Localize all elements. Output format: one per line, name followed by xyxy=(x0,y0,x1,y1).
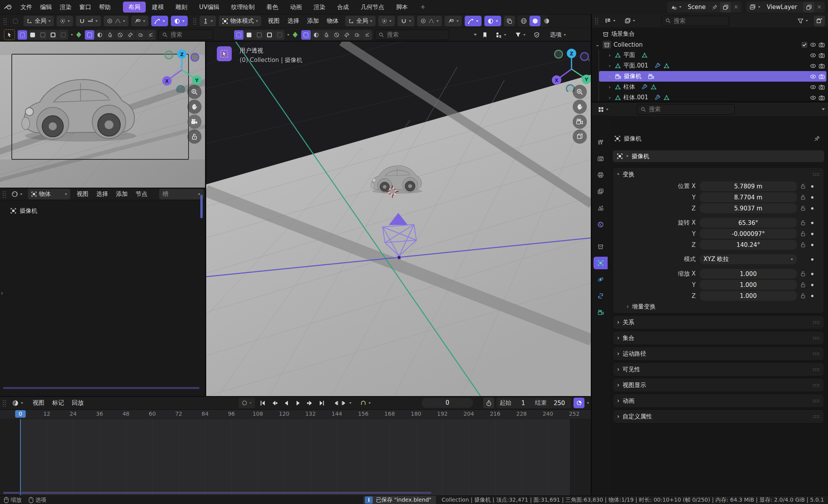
current-frame-field[interactable]: 0 xyxy=(422,398,473,408)
new-scene-button[interactable] xyxy=(720,2,731,13)
zoom-button[interactable] xyxy=(573,85,587,99)
animate-dot[interactable] xyxy=(809,244,816,246)
pin-icon[interactable] xyxy=(814,135,820,142)
new-collection-button[interactable] xyxy=(814,16,825,26)
panel-drag-dots[interactable] xyxy=(813,336,820,340)
transform-value-field[interactable]: 5.9037 m xyxy=(700,203,797,213)
hide-eye-icon[interactable] xyxy=(810,73,816,80)
snap-controls-left[interactable] xyxy=(76,16,101,26)
timeline-menu-标记[interactable]: 标记 xyxy=(48,398,68,408)
shader-vscrollbar[interactable] xyxy=(200,195,203,218)
animate-dot[interactable] xyxy=(809,284,816,286)
disable-render-icon[interactable] xyxy=(819,84,825,90)
shader-menu-视图[interactable]: 视图 xyxy=(73,189,92,199)
select-subtract-tool[interactable] xyxy=(255,30,264,40)
panel-header-关系[interactable]: ›关系 xyxy=(613,316,824,329)
tweak-tool-button[interactable] xyxy=(4,29,15,40)
camera-view-button[interactable] xyxy=(187,115,202,129)
mode-dropdown[interactable]: 物体模式 xyxy=(219,16,261,26)
annotate-tool-dropdown[interactable] xyxy=(200,16,216,26)
lock-icon[interactable] xyxy=(797,205,809,211)
drag-grip[interactable] xyxy=(595,17,599,24)
hide-eye-icon[interactable] xyxy=(810,52,816,58)
panel-header-视图显示[interactable]: ›视图显示 xyxy=(613,378,824,392)
panel-header-运动路径[interactable]: ›运动路径 xyxy=(613,347,824,360)
mask-brush-tool[interactable] xyxy=(126,30,135,40)
orientation-dropdown-left[interactable]: 全局 xyxy=(24,16,54,26)
lock-icon[interactable] xyxy=(797,183,809,189)
jump-to-start-button[interactable] xyxy=(257,398,268,408)
disable-render-icon[interactable] xyxy=(819,42,825,48)
disable-render-icon[interactable] xyxy=(819,95,825,101)
workspace-tab-UV编辑[interactable]: UV编辑 xyxy=(194,2,225,13)
zoom-button[interactable] xyxy=(187,85,202,99)
shield-icon[interactable] xyxy=(531,29,542,40)
nav-gizmo[interactable]: Z X Y xyxy=(550,45,592,92)
outliner-item-柱体[interactable]: › 柱体 xyxy=(599,82,826,92)
select-invert-tool[interactable] xyxy=(48,30,58,40)
lock-icon[interactable] xyxy=(797,282,809,288)
hide-eye-icon[interactable] xyxy=(810,95,816,101)
xray-toggle[interactable] xyxy=(504,16,515,26)
mask-sphere-tool[interactable] xyxy=(311,30,321,40)
properties-tab-object[interactable] xyxy=(594,257,608,269)
shading-wireframe-button[interactable] xyxy=(518,16,529,26)
menu-帮助[interactable]: 帮助 xyxy=(95,2,115,13)
disable-render-icon[interactable] xyxy=(819,73,825,80)
timeline-menu-视图[interactable]: 视图 xyxy=(29,398,48,408)
prev-keyframe-button[interactable] xyxy=(269,398,280,408)
shading-solid-button[interactable] xyxy=(529,16,540,26)
mask-sphere-tool[interactable] xyxy=(95,30,104,40)
properties-tab-scene[interactable] xyxy=(594,202,608,214)
expand-region-icon[interactable]: › xyxy=(1,290,3,297)
hide-eye-icon[interactable] xyxy=(810,42,816,48)
chevron-down-icon[interactable] xyxy=(822,108,825,110)
gizmos-toggle[interactable] xyxy=(465,16,482,26)
mask-globe-tool[interactable] xyxy=(332,30,341,40)
mask-box-tool[interactable] xyxy=(301,30,311,40)
workspace-tab-渲染[interactable]: 渲染 xyxy=(308,2,331,13)
panel-drag-dots[interactable] xyxy=(813,321,820,324)
animate-dot[interactable] xyxy=(809,258,816,261)
filter-dropdown[interactable] xyxy=(512,29,529,40)
properties-tab-render[interactable] xyxy=(594,152,608,165)
tool-search-left[interactable]: 搜索 xyxy=(158,29,213,40)
slot-dropdown[interactable]: 槽 xyxy=(159,189,203,199)
menu-渲染[interactable]: 渲染 xyxy=(56,2,75,13)
timeline-menu-回放[interactable]: 回放 xyxy=(68,398,88,408)
shader-menu-选择[interactable]: 选择 xyxy=(92,189,112,199)
viewport-menu-视图[interactable]: 视图 xyxy=(264,16,284,26)
camera-view-button[interactable] xyxy=(573,115,587,129)
drag-grip[interactable] xyxy=(2,400,6,407)
mask-globe-tool[interactable] xyxy=(115,30,125,40)
select-box-tool[interactable] xyxy=(18,30,27,40)
frame-step-controls[interactable] xyxy=(330,398,355,408)
timeline-dopesheet[interactable] xyxy=(0,419,592,495)
pivot-dropdown[interactable] xyxy=(378,16,395,26)
select-box-tool[interactable] xyxy=(234,30,244,40)
mask-brush-tool[interactable] xyxy=(342,30,352,40)
snap-controls[interactable] xyxy=(398,16,414,26)
properties-search[interactable]: 搜索 xyxy=(637,104,735,115)
lock-icon[interactable] xyxy=(797,231,809,237)
pivot-dropdown-left[interactable] xyxy=(57,16,73,26)
timeline-ruler[interactable]: 1224364860728496108120132144156168180192… xyxy=(0,410,592,419)
collapse-panel-icon[interactable]: ‹ xyxy=(588,57,590,63)
outliner-scene-collection[interactable]: 场景集合 xyxy=(593,29,826,39)
menu-文件[interactable]: 文件 xyxy=(16,2,36,13)
frame-range-fields[interactable]: 起始 1 结束 250 xyxy=(496,398,571,408)
transform-panel-header[interactable]: 变换 xyxy=(613,168,824,181)
proportional-edit[interactable] xyxy=(417,16,442,26)
outliner-item-平面[interactable]: › 平面 xyxy=(599,50,826,60)
transform-value-field[interactable]: 1.000 xyxy=(700,291,797,301)
shader-menu-添加[interactable]: 添加 xyxy=(112,189,132,199)
outliner-item-摄像机[interactable]: › 摄像机 xyxy=(599,71,826,82)
mask-line-tool[interactable] xyxy=(146,30,156,40)
animate-dot[interactable] xyxy=(809,233,816,235)
workspace-tab-脚本[interactable]: 脚本 xyxy=(390,2,413,13)
bookmark-icon[interactable] xyxy=(479,29,490,40)
properties-tab-tool[interactable] xyxy=(594,136,608,148)
editor-type-dropdown[interactable] xyxy=(9,398,26,408)
delete-viewlayer-button[interactable]: ✕ xyxy=(817,4,822,11)
proportional-edit-left[interactable] xyxy=(104,16,128,26)
